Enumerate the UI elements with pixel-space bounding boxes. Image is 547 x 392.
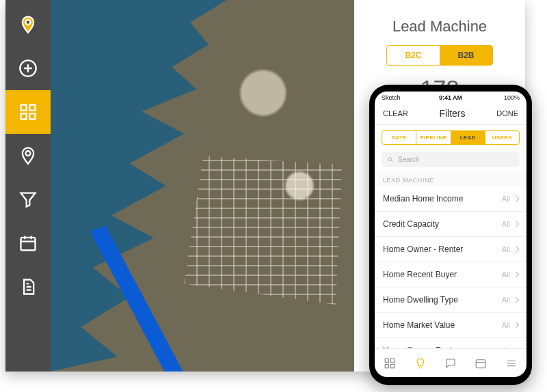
filter-row[interactable]: Home Square FootageAll xyxy=(375,338,526,348)
filter-value: All xyxy=(502,245,510,253)
segment-b2c[interactable]: B2C xyxy=(386,45,439,66)
segment-b2b[interactable]: B2B xyxy=(440,45,493,66)
app-sidebar xyxy=(5,0,51,372)
panel-title: Lead Machine xyxy=(371,18,509,36)
svg-rect-11 xyxy=(391,364,395,367)
search-placeholder: Search xyxy=(398,156,420,163)
tab-date[interactable]: DATE xyxy=(382,131,416,144)
svg-rect-1 xyxy=(21,105,27,111)
tab-menu-icon[interactable] xyxy=(505,357,518,369)
pin-button[interactable] xyxy=(5,134,51,178)
phone-screen: Sketch 9:41 AM 100% CLEAR Filters DONE D… xyxy=(375,92,526,377)
filter-row[interactable]: Home Dwelling TypeAll xyxy=(375,288,526,313)
filter-label: Home Dwelling Type xyxy=(383,295,458,305)
add-button[interactable] xyxy=(5,46,51,90)
filter-row[interactable]: Home Recent BuyerAll xyxy=(375,262,526,288)
document-button[interactable] xyxy=(5,265,51,309)
svg-rect-8 xyxy=(385,359,388,362)
chevron-right-icon xyxy=(513,322,519,328)
svg-rect-3 xyxy=(21,113,27,119)
filter-label: Median Home Income xyxy=(383,194,463,204)
svg-rect-6 xyxy=(21,238,36,251)
navbar-title: Filters xyxy=(439,108,465,119)
filter-value: All xyxy=(502,321,510,329)
filter-label: Credit Capacity xyxy=(383,219,439,229)
svg-rect-2 xyxy=(29,105,35,111)
search-icon xyxy=(387,156,394,163)
svg-rect-9 xyxy=(391,359,395,362)
chevron-right-icon xyxy=(513,272,519,277)
svg-rect-12 xyxy=(477,359,486,367)
section-header: LEAD MACHINE xyxy=(375,171,526,186)
tab-lead[interactable]: LEAD xyxy=(451,131,485,144)
tab-pipeline[interactable]: PIPELINE xyxy=(416,131,451,144)
filter-label: Home Owner - Renter xyxy=(383,244,463,254)
filter-button[interactable] xyxy=(5,178,51,221)
phone-mock: Sketch 9:41 AM 100% CLEAR Filters DONE D… xyxy=(369,85,532,385)
tab-chat-icon[interactable] xyxy=(444,357,457,369)
done-button[interactable]: DONE xyxy=(496,109,518,117)
tab-users[interactable]: USERS xyxy=(485,131,519,144)
tab-dashboard-icon[interactable] xyxy=(384,357,396,369)
filter-row[interactable]: Home Owner - RenterAll xyxy=(375,237,526,262)
dashboard-button[interactable] xyxy=(5,90,51,134)
filter-value: All xyxy=(502,220,510,228)
filter-tabs: DATEPIPELINELEADUSERS xyxy=(382,130,520,145)
bottom-tab-bar xyxy=(375,348,526,377)
svg-rect-4 xyxy=(29,113,35,119)
filter-row[interactable]: Credit CapacityAll xyxy=(375,212,526,237)
b2c-b2b-segment: B2C B2B xyxy=(386,45,492,66)
tab-calendar-icon[interactable] xyxy=(475,357,487,369)
chevron-right-icon xyxy=(513,196,519,201)
filter-row[interactable]: Home Market ValueAll xyxy=(375,313,526,338)
chevron-right-icon xyxy=(513,297,519,303)
filter-list: Median Home IncomeAllCredit CapacityAllH… xyxy=(375,186,526,348)
search-input[interactable]: Search xyxy=(382,152,520,167)
filter-label: Home Recent Buyer xyxy=(383,270,457,279)
svg-point-5 xyxy=(26,151,31,156)
status-bar: Sketch 9:41 AM 100% xyxy=(375,92,526,104)
filters-navbar: CLEAR Filters DONE xyxy=(375,104,526,125)
filter-label: Home Market Value xyxy=(383,320,455,330)
status-time: 9:41 AM xyxy=(375,94,526,101)
tab-bulb-icon[interactable] xyxy=(414,357,427,369)
logo-icon[interactable] xyxy=(5,3,51,46)
clear-button[interactable]: CLEAR xyxy=(383,109,408,117)
filter-row[interactable]: Median Home IncomeAll xyxy=(375,186,526,212)
chevron-right-icon xyxy=(513,247,519,252)
chevron-right-icon xyxy=(513,221,519,227)
filter-value: All xyxy=(502,296,510,304)
svg-rect-10 xyxy=(385,364,388,367)
filter-value: All xyxy=(502,195,510,203)
filter-value: All xyxy=(502,270,510,279)
map-viewport[interactable] xyxy=(51,0,354,372)
calendar-button[interactable] xyxy=(5,221,51,265)
svg-point-7 xyxy=(388,157,392,160)
